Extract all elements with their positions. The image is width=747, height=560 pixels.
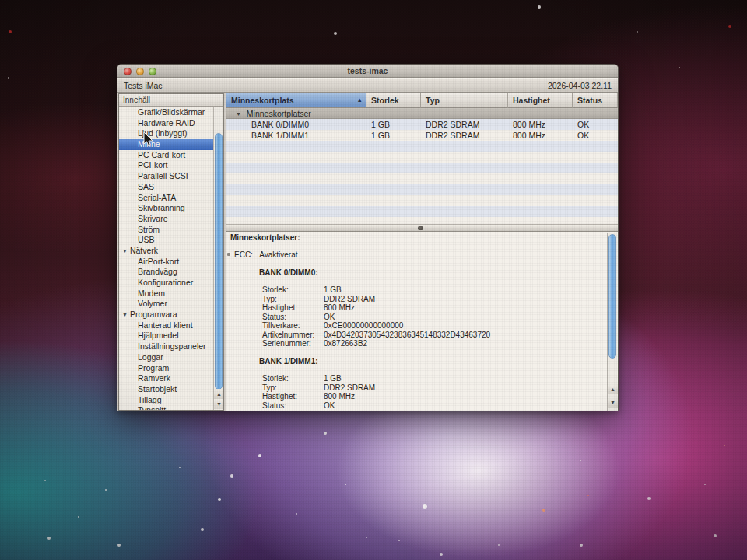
sidebar-item-program[interactable]: Program [119, 363, 213, 374]
main-pane: Minneskortplats ▲ Storlek Typ Hastighet … [226, 93, 618, 411]
cell-size: 1 GB [366, 119, 421, 130]
mouse-cursor [143, 131, 154, 148]
sidebar-item-modem[interactable]: Modem [119, 289, 213, 299]
detail-row: Typ:DDR2 SDRAM [262, 295, 490, 304]
scroll-up-arrow-icon[interactable]: ▲ [608, 384, 618, 394]
field-value: 0xCE00000000000000 [324, 321, 403, 330]
field-value: 800 MHz [324, 303, 355, 312]
report-datetime: 2026-04-03 22.11 [548, 81, 612, 90]
details-scrollbar-thumb[interactable] [608, 234, 616, 359]
column-header-storlek[interactable]: Storlek [366, 93, 421, 108]
minimize-button[interactable] [136, 68, 144, 75]
pane-splitter[interactable] [226, 224, 618, 232]
cell-type: DDR2 SDRAM [421, 119, 508, 130]
column-header-label: Hastighet [513, 96, 550, 105]
bank0-fields: Storlek:1 GB Typ:DDR2 SDRAM Hastighet:80… [262, 285, 490, 348]
field-value: 800 MHz [324, 392, 355, 401]
sidebar-item-hardware-raid[interactable]: Hardware RAID [119, 118, 213, 129]
sidebar-item-volymer[interactable]: Volymer [119, 299, 213, 310]
cell-slot: BANK 1/DIMM1 [226, 130, 366, 141]
column-header-hastighet[interactable]: Hastighet [508, 93, 573, 108]
sidebar-item-ljud[interactable]: Ljud (inbyggt) [119, 128, 213, 139]
close-button[interactable] [124, 68, 132, 75]
sidebar-item-pci-kort[interactable]: PCI-kort [119, 160, 213, 171]
sidebar-item-hjalpmedel[interactable]: Hjälpmedel [119, 331, 213, 341]
sidebar-group-programvara[interactable]: ▼Programvara [119, 310, 213, 320]
sidebar-item-brandvagg[interactable]: Brandvägg [119, 267, 213, 278]
field-value: DDR2 SDRAM [324, 295, 375, 303]
desktop-wallpaper: tests-imac Tests iMac 2026-04-03 22.11 I… [0, 0, 747, 560]
field-label: Storlek: [262, 374, 324, 383]
table-header-row: Minneskortplats ▲ Storlek Typ Hastighet … [226, 93, 618, 108]
sidebar-item-usb[interactable]: USB [119, 235, 213, 246]
window-content: Innehåll Grafik/Bildskärmar Hardware RAI… [117, 93, 618, 411]
sidebar-group-natverk[interactable]: ▼Nätverk [119, 246, 213, 257]
cell-size: 1 GB [366, 130, 421, 141]
details-scrollbar[interactable]: ▲ ▼ [607, 233, 617, 411]
column-header-status[interactable]: Status [573, 93, 618, 108]
sidebar-item-installningspaneler[interactable]: Inställningspaneler [119, 341, 213, 352]
detail-row: Status:OK [262, 401, 403, 411]
sidebar-item-sas[interactable]: SAS [119, 182, 213, 193]
scroll-up-arrow-icon[interactable]: ▲ [214, 389, 224, 399]
sidebar-item-serial-ata[interactable]: Serial-ATA [119, 193, 213, 204]
detail-row: Artikelnummer:0x4D3420373054323836345148… [262, 331, 490, 340]
sidebar-item-minne[interactable]: Minne [119, 139, 213, 150]
table-group-row[interactable]: ▼ Minneskortplatser [226, 108, 618, 119]
splitter-grip-icon[interactable] [418, 226, 423, 230]
sidebar-item-tillagg[interactable]: Tillägg [119, 395, 213, 406]
detail-row: Hastighet:800 MHz [262, 392, 403, 401]
sidebar-item-airport-kort[interactable]: AirPort-kort [119, 257, 213, 268]
field-label: Serienummer: [262, 339, 324, 348]
column-header-typ[interactable]: Typ [421, 93, 508, 108]
sidebar-item-pc-card-kort[interactable]: PC Card-kort [119, 150, 213, 161]
sidebar-item-startobjekt[interactable]: Startobjekt [119, 384, 213, 395]
disclosure-triangle-icon: ▼ [122, 248, 128, 254]
detail-row: Status:OK [262, 313, 490, 322]
disclosure-triangle-icon: ▼ [236, 111, 241, 117]
sidebar-scrollbar-thumb[interactable] [215, 133, 223, 390]
ecc-value: Avaktiverat [259, 250, 297, 259]
field-value: 1 GB [324, 285, 342, 294]
field-label: Hastighet: [262, 392, 324, 401]
sidebar-group-label: Nätverk [130, 246, 158, 255]
zoom-button[interactable] [149, 68, 156, 75]
disclosure-triangle-icon: ▼ [122, 312, 128, 317]
detail-marker [227, 253, 230, 256]
sidebar-item-hanterad-klient[interactable]: Hanterad klient [119, 320, 213, 331]
sidebar-item-skivbranning[interactable]: Skivbränning [119, 203, 213, 214]
column-header-label: Status [577, 96, 602, 105]
detail-row: Storlek:1 GB [262, 374, 403, 383]
sidebar-group-label: Programvara [130, 310, 177, 319]
table-row[interactable]: BANK 0/DIMM0 1 GB DDR2 SDRAM 800 MHz OK [226, 119, 618, 130]
info-bar: Tests iMac 2026-04-03 22.11 [117, 79, 618, 93]
sidebar-item-parallell-scsi[interactable]: Parallell SCSI [119, 171, 213, 182]
traffic-lights [124, 68, 156, 75]
field-label: Artikelnummer: [262, 331, 324, 340]
column-header-minneskortplats[interactable]: Minneskortplats ▲ [226, 93, 366, 108]
table-row[interactable]: BANK 1/DIMM1 1 GB DDR2 SDRAM 800 MHz OK [226, 130, 618, 141]
cell-status: OK [573, 119, 618, 130]
bank0-heading: BANK 0/DIMM0: [259, 268, 318, 277]
window-title: tests-imac [348, 66, 388, 75]
detail-row: Storlek:1 GB [262, 285, 490, 295]
field-value: OK [324, 401, 335, 410]
sidebar-item-konfigurationer[interactable]: Konfigurationer [119, 278, 213, 289]
window-titlebar[interactable]: tests-imac [117, 65, 618, 78]
bank1-heading: BANK 1/DIMM1: [259, 357, 318, 366]
sidebar-item-ramverk[interactable]: Ramverk [119, 373, 213, 384]
field-value: 0x4D3420373054323836345148332D43463720 [324, 331, 490, 339]
sidebar-item-strom[interactable]: Ström [119, 225, 213, 236]
sidebar-list: Grafik/Bildskärmar Hardware RAID Ljud (i… [119, 107, 213, 410]
sidebar-item-loggar[interactable]: Loggar [119, 352, 213, 363]
cell-slot: BANK 0/DIMM0 [226, 119, 366, 130]
sidebar-item-typsnitt[interactable]: Typsnitt [119, 405, 213, 410]
sidebar-scrollbar[interactable]: ▲ ▼ [213, 107, 223, 410]
details-title: Minneskortplatser: [230, 233, 300, 242]
scroll-down-arrow-icon[interactable]: ▼ [214, 399, 224, 409]
field-label: Tillverkare: [262, 321, 324, 331]
column-header-label: Typ [426, 96, 440, 105]
scroll-down-arrow-icon[interactable]: ▼ [608, 397, 618, 408]
sidebar-item-grafik-bildskarmar[interactable]: Grafik/Bildskärmar [119, 107, 213, 118]
sidebar-item-skrivare[interactable]: Skrivare [119, 214, 213, 225]
